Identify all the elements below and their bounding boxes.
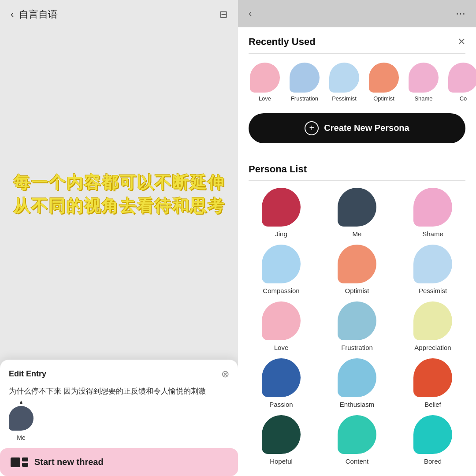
recently-used-item-optimist[interactable]: Optimist [364,63,404,102]
persona-grid-item-enthusiasm[interactable]: Enthusiasm [321,358,393,408]
right-header-bar: ‹ ⋯ [238,0,476,27]
plus-circle-icon: + [305,121,319,135]
recently-used-label-optimist: Optimist [373,95,394,102]
persona-grid-item-compassion[interactable]: Compassion [245,245,317,294]
bubble-frustration [338,301,376,340]
thread-icon-sq-small-2 [22,463,28,467]
persona-label-love: Love [274,344,289,351]
persona-grid-item-jing[interactable]: Jing [245,188,317,238]
persona-grid-item-optimist[interactable]: Optimist [321,245,393,294]
bubble-appreciation [413,301,452,340]
recently-used-title: Recently Used [249,36,316,48]
edit-entry-label: Edit Entry [9,369,46,379]
recently-used-label-shame: Shame [414,95,432,102]
persona-grid-item-content[interactable]: Content [321,415,393,465]
left-panel: ‹ 自言自语 ⊟ 每一个内容都可以不断延伸 从不同的视角去看待和思考 Edit … [0,0,238,476]
persona-grid-item-me[interactable]: Me [321,188,393,238]
persona-grid-item-belief[interactable]: Belief [397,358,469,408]
bubble-frustration-sm [290,63,320,93]
persona-label-appreciation: Appreciation [414,344,451,351]
persona-grid-item-shame[interactable]: Shame [397,188,469,238]
bubble-belief [413,358,452,397]
edit-entry-text: 为什么停不下来 因为没得到想要的正反馈和令人愉悦的刺激 [9,385,229,397]
recently-used-label-pessimist: Pessimist [332,95,357,102]
bubble-passion [262,358,301,397]
persona-grid-item-bored[interactable]: Bored [397,415,469,465]
bubble-pessimist [413,245,452,283]
bubble-co-sm [448,63,476,93]
persona-grid-item-pessimist[interactable]: Pessimist [397,245,469,294]
persona-list-section: Persona List Jing Me Shame [238,150,476,470]
persona-name-me: Me [9,434,33,441]
bubble-optimist [338,245,376,283]
recently-used-item-co[interactable]: Co [443,63,476,102]
persona-label-jing: Jing [275,230,287,238]
bubble-shame [413,188,452,227]
thread-icon [11,457,28,467]
persona-label-optimist: Optimist [345,287,369,294]
left-header: ‹ 自言自语 ⊟ [0,0,238,29]
map-icon[interactable]: ⊟ [219,9,227,20]
recently-used-item-pessimist[interactable]: Pessimist [324,63,364,102]
persona-label-shame: Shame [422,230,443,238]
left-header-title: 自言自语 [19,8,58,21]
persona-bubble-me[interactable] [9,406,33,431]
edit-entry-close-icon[interactable]: ⊗ [221,368,229,380]
persona-label-pessimist: Pessimist [419,287,447,294]
thread-icon-square [11,457,20,467]
bubble-shame-sm [409,63,439,93]
persona-list-section-header: Persona List [238,155,476,180]
persona-label-hopeful: Hopeful [270,457,293,465]
bubble-hopeful [262,415,301,454]
create-persona-button[interactable]: + Create New Persona [249,113,465,143]
left-header-left: ‹ 自言自语 [11,8,58,21]
thread-icon-sq-small-1 [22,457,28,461]
persona-grid-item-love[interactable]: Love [245,301,317,351]
bubble-jing [262,188,301,227]
start-thread-button[interactable]: Start new thread [0,448,238,476]
main-text-area: 每一个内容都可以不断延伸 从不同的视角去看待和思考 [0,29,238,360]
main-chinese-text: 每一个内容都可以不断延伸 从不同的视角去看待和思考 [13,171,225,218]
start-thread-text: Start new thread [34,457,104,467]
recently-used-close-icon[interactable]: ✕ [457,36,465,48]
persona-label-compassion: Compassion [263,287,299,294]
persona-grid-item-frustration[interactable]: Frustration [321,301,393,351]
right-back-icon[interactable]: ‹ [249,8,252,19]
recently-used-item-love[interactable]: Love [245,63,285,102]
persona-grid-item-passion[interactable]: Passion [245,358,317,408]
persona-label-frustration: Frustration [341,344,373,351]
back-icon[interactable]: ‹ [11,9,14,20]
recently-used-label-co: Co [460,95,467,102]
persona-label-me: Me [353,230,362,238]
bubble-pessimist-sm [329,63,359,93]
persona-label-content: Content [346,457,369,465]
bubble-content [338,415,376,454]
recently-used-item-shame[interactable]: Shame [404,63,443,102]
bubble-enthusiasm [338,358,376,397]
edit-entry-header: Edit Entry ⊗ [9,368,229,380]
persona-grid-item-appreciation[interactable]: Appreciation [397,301,469,351]
bubble-love-sm [250,63,280,93]
bubble-optimist-sm [369,63,399,93]
right-header-menu-icon[interactable]: ⋯ [456,8,465,19]
recently-used-item-frustration[interactable]: Frustration [285,63,324,102]
thread-icon-small-squares [22,457,28,467]
recently-used-row: Love Frustration Pessimist Optimist Sham… [238,54,476,106]
persona-list-title: Persona List [249,164,307,175]
recently-used-section-header: Recently Used ✕ [238,27,476,53]
persona-label-passion: Passion [269,401,293,408]
persona-label-belief: Belief [424,401,441,408]
create-persona-text: Create New Persona [324,123,409,133]
panel-content: Recently Used ✕ Love Frustration Pessimi… [238,27,476,476]
persona-label-bored: Bored [424,457,442,465]
bubble-me [338,188,376,227]
bubble-compassion [262,245,301,283]
recently-used-label-frustration: Frustration [291,95,318,102]
bottom-section: Edit Entry ⊗ 为什么停不下来 因为没得到想要的正反馈和令人愉悦的刺激… [0,360,238,476]
persona-grid: Jing Me Shame Compassion Optimist [238,181,476,465]
persona-chip-area: ▲ Me [9,406,229,441]
recently-used-label-love: Love [259,95,271,102]
persona-label-enthusiasm: Enthusiasm [340,401,374,408]
bubble-bored [413,415,452,454]
persona-grid-item-hopeful[interactable]: Hopeful [245,415,317,465]
